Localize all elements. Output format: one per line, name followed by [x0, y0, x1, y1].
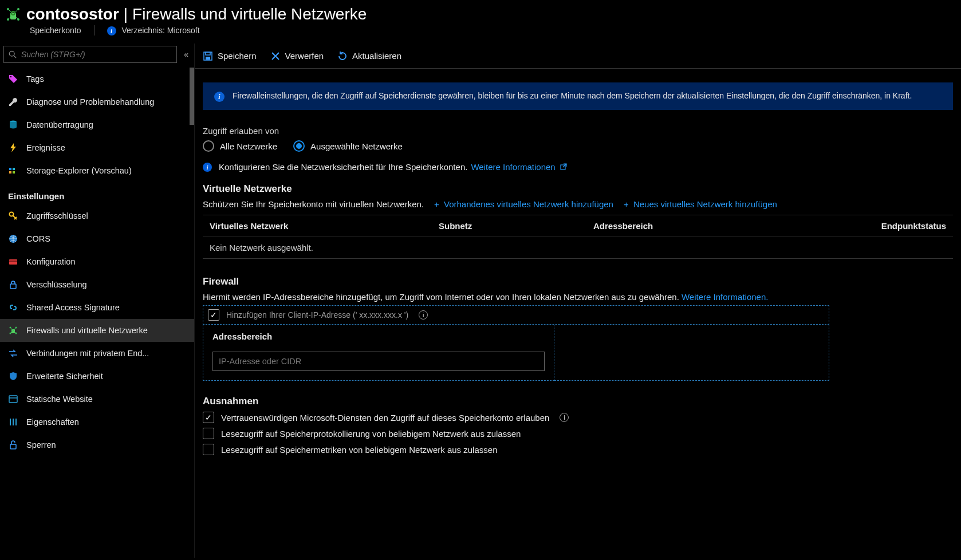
exception-label: Lesezugriff auf Speicherprotokollierung … [221, 429, 521, 439]
sidebar-item[interactable]: Diagnose und Problembehandlung [0, 90, 194, 113]
sidebar-item-label: Eigenschaften [26, 417, 79, 427]
config-hint: Konfigurieren Sie die Netzwerksicherheit… [219, 162, 467, 172]
save-icon [203, 51, 213, 61]
bolt-icon [8, 143, 18, 153]
sidebar-item[interactable]: Statische Website [0, 388, 194, 411]
sidebar-item[interactable]: Datenübertragung [0, 113, 194, 136]
vnet-col-subnet: Subnetz [439, 221, 593, 231]
add-client-ip-label: Hinzufügen Ihrer Client-IP-Adresse (' xx… [226, 310, 408, 320]
svg-rect-22 [10, 284, 16, 289]
sidebar-item[interactable]: Shared Access Signature [0, 296, 194, 319]
svg-rect-14 [9, 168, 11, 170]
svg-rect-28 [9, 396, 17, 403]
vnet-empty-text: Kein Netzwerk ausgewählt. [210, 243, 313, 253]
exceptions-heading: Ausnahmen [203, 396, 953, 407]
sidebar-item[interactable]: Storage-Explorer (Vorschau) [0, 159, 194, 182]
svg-rect-32 [15, 419, 17, 425]
vnet-table: Virtuelles Netzwerk Subnetz Adressbereic… [203, 215, 953, 259]
tag-icon [8, 74, 18, 84]
svg-rect-16 [9, 171, 11, 173]
shield-icon [8, 371, 18, 381]
vnet-col-network: Virtuelles Netzwerk [210, 221, 439, 231]
resource-name: contosostor [26, 5, 119, 23]
svg-rect-21 [9, 261, 17, 262]
sidebar-item[interactable]: Erweiterte Sicherheit [0, 365, 194, 388]
resource-icon [3, 5, 23, 24]
wrench-icon [8, 97, 18, 107]
radio-selected-networks[interactable]: Ausgewählte Netzwerke [293, 140, 403, 152]
address-range-header: Adressbereich [212, 332, 545, 341]
sidebar-item[interactable]: Eigenschaften [0, 411, 194, 433]
sidebar-scrollbar[interactable] [190, 68, 194, 125]
firewall-more-info-link[interactable]: Weitere Informationen. [682, 292, 768, 302]
grid-icon [8, 165, 18, 176]
lock-icon [8, 279, 18, 290]
page-header: contosostor | Firewalls und virtuelle Ne… [0, 0, 961, 24]
sidebar-item-label: Sperren [26, 440, 56, 449]
info-notice: i Firewalleinstellungen, die den Zugriff… [203, 82, 953, 110]
save-button[interactable]: Speichern [203, 51, 257, 61]
info-icon: i [214, 92, 225, 102]
sidebar-item[interactable]: Verschlüsselung [0, 273, 194, 296]
page-title: Firewalls und virtuelle Netzwerke [132, 5, 367, 23]
sidebar-section-settings: Einstellungen [0, 182, 194, 204]
exception-label: Vertrauenswürdigen Microsoft-Diensten de… [221, 413, 549, 423]
info-icon[interactable]: i [560, 413, 569, 422]
main-panel: Speichern Verwerfen Aktualisieren i Fire… [195, 44, 961, 558]
sidebar-item-label: Datenübertragung [26, 120, 93, 129]
sidebar-item[interactable]: Ereignisse [0, 136, 194, 159]
sidebar-item-label: Zugriffsschlüssel [26, 211, 88, 220]
sidebar-item[interactable]: Firewalls und virtuelle Netzwerke [0, 319, 194, 342]
radio-all-networks[interactable]: Alle Netzwerke [203, 140, 277, 152]
address-range-input[interactable] [212, 352, 545, 371]
add-existing-vnet-link[interactable]: + Vorhandenes virtuelles Netzwerk hinzuf… [434, 199, 613, 209]
exception-checkbox[interactable] [203, 428, 214, 439]
sidebar-item[interactable]: Tags [0, 68, 194, 90]
firewall-heading: Firewall [203, 276, 953, 287]
sidebar-item-label: Storage-Explorer (Vorschau) [26, 166, 132, 175]
sidebar-item[interactable]: Verbindungen mit privatem End... [0, 342, 194, 365]
sidebar-search[interactable] [3, 46, 177, 63]
add-new-vnet-link[interactable]: + Neues virtuelles Netzwerk hinzufügen [624, 199, 777, 209]
sidebar-item[interactable]: Sperren [0, 433, 194, 456]
vnet-desc: Schützen Sie Ihr Speicherkonto mit virtu… [203, 199, 424, 209]
directory-label: Verzeichnis: Microsoft [121, 26, 199, 35]
lockopen-icon [8, 440, 18, 450]
add-client-ip-row: Hinzufügen Ihrer Client-IP-Adresse (' xx… [203, 305, 829, 325]
svg-rect-36 [206, 57, 210, 60]
exception-row: Vertrauenswürdigen Microsoft-Diensten de… [203, 412, 953, 423]
sidebar-item-label: CORS [26, 234, 50, 243]
svg-rect-30 [10, 419, 11, 425]
info-icon: i [107, 26, 116, 36]
discard-button[interactable]: Verwerfen [270, 51, 324, 61]
search-input[interactable] [21, 50, 172, 59]
sidebar-item[interactable]: Konfiguration [0, 250, 194, 273]
exception-checkbox[interactable] [203, 444, 214, 455]
access-label: Zugriff erlauben von [203, 126, 953, 136]
window-icon [8, 394, 18, 404]
sidebar-item-label: Ereignisse [26, 143, 65, 152]
more-info-link[interactable]: Weitere Informationen [471, 162, 566, 172]
exception-checkbox[interactable] [203, 412, 214, 423]
notice-text: Firewalleinstellungen, die den Zugriff a… [233, 90, 912, 102]
sidebar-item[interactable]: CORS [0, 227, 194, 250]
globe-icon [8, 234, 18, 244]
svg-line-11 [14, 56, 16, 58]
collapse-sidebar-button[interactable]: « [182, 48, 191, 61]
network-icon [8, 325, 18, 336]
svg-rect-15 [13, 168, 15, 170]
sidebar-item-label: Tags [26, 74, 44, 84]
key-icon [8, 211, 18, 221]
add-client-ip-checkbox[interactable] [208, 309, 219, 321]
refresh-button[interactable]: Aktualisieren [337, 51, 401, 61]
exception-row: Lesezugriff auf Speichermetriken von bel… [203, 444, 953, 455]
page-subheader: Speicherkonto i Verzeichnis: Microsoft [0, 24, 961, 44]
svg-rect-31 [13, 419, 14, 425]
info-icon[interactable]: i [419, 310, 428, 320]
link-icon [8, 302, 18, 313]
sidebar-item-label: Konfiguration [26, 257, 75, 266]
svg-rect-17 [13, 171, 15, 173]
sidebar-item[interactable]: Zugriffsschlüssel [0, 204, 194, 227]
exception-label: Lesezugriff auf Speichermetriken von bel… [221, 445, 497, 455]
card-icon [8, 257, 18, 267]
